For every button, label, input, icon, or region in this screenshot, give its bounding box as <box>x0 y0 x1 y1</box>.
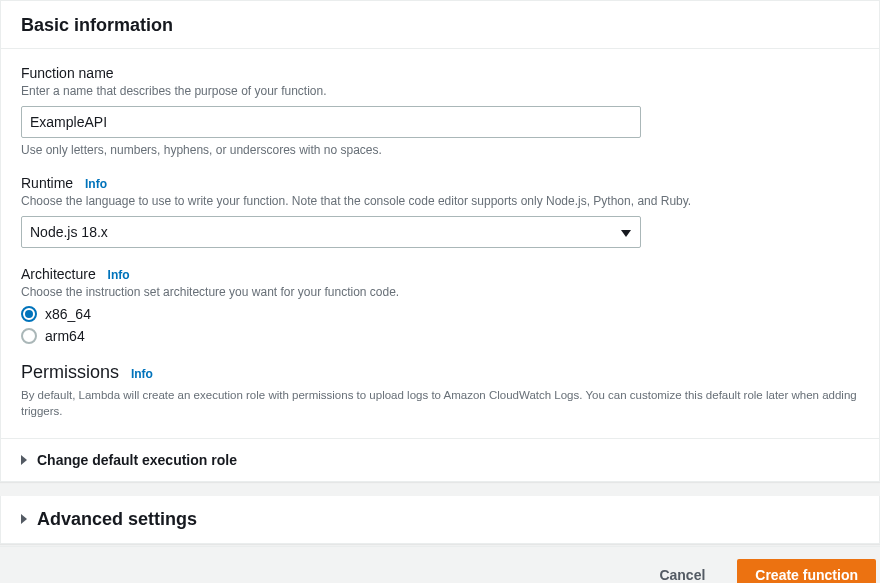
cancel-button[interactable]: Cancel <box>641 559 723 583</box>
change-default-execution-role-label: Change default execution role <box>37 452 237 468</box>
radio-icon <box>21 306 37 322</box>
architecture-radio-x86_64[interactable]: x86_64 <box>21 306 859 322</box>
architecture-option-label: arm64 <box>45 328 85 344</box>
architecture-option-label: x86_64 <box>45 306 91 322</box>
function-name-hint: Use only letters, numbers, hyphens, or u… <box>21 143 859 157</box>
runtime-field: Runtime Info Choose the language to use … <box>21 175 859 248</box>
create-function-button[interactable]: Create function <box>737 559 876 583</box>
advanced-settings-label: Advanced settings <box>37 509 197 530</box>
function-name-label: Function name <box>21 65 114 81</box>
panel-title: Basic information <box>21 15 859 36</box>
runtime-label: Runtime <box>21 175 73 191</box>
footer-actions: Cancel Create function <box>0 546 880 583</box>
runtime-description: Choose the language to use to write your… <box>21 193 859 210</box>
radio-icon <box>21 328 37 344</box>
runtime-select-value: Node.js 18.x <box>30 224 108 240</box>
function-name-field: Function name Enter a name that describe… <box>21 65 859 157</box>
basic-information-panel: Basic information Function name Enter a … <box>0 0 880 482</box>
permissions-title: Permissions <box>21 362 119 383</box>
permissions-description: By default, Lambda will create an execut… <box>21 387 859 419</box>
function-name-description: Enter a name that describes the purpose … <box>21 83 859 100</box>
architecture-description: Choose the instruction set architecture … <box>21 284 859 301</box>
panel-body: Function name Enter a name that describe… <box>1 49 879 438</box>
caret-right-icon <box>21 455 27 465</box>
architecture-label: Architecture <box>21 266 96 282</box>
permissions-info-link[interactable]: Info <box>131 367 153 381</box>
change-default-execution-role-toggle[interactable]: Change default execution role <box>1 438 879 481</box>
architecture-radio-arm64[interactable]: arm64 <box>21 328 859 344</box>
runtime-info-link[interactable]: Info <box>85 177 107 191</box>
architecture-info-link[interactable]: Info <box>108 268 130 282</box>
function-name-input[interactable] <box>21 106 641 138</box>
architecture-field: Architecture Info Choose the instruction… <box>21 266 859 345</box>
caret-right-icon <box>21 514 27 524</box>
runtime-select[interactable]: Node.js 18.x <box>21 216 641 248</box>
advanced-settings-toggle[interactable]: Advanced settings <box>0 496 880 544</box>
permissions-field: Permissions Info By default, Lambda will… <box>21 362 859 419</box>
panel-header: Basic information <box>1 1 879 49</box>
